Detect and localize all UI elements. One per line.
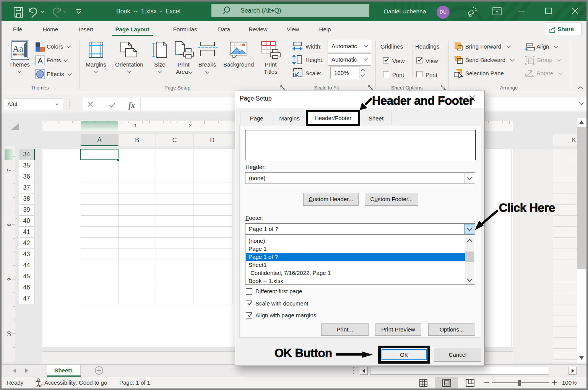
svg-text:2: 2 bbox=[189, 123, 192, 128]
svg-text:A: A bbox=[38, 57, 43, 65]
svg-text:10: 10 bbox=[6, 331, 12, 336]
svg-text:Aa: Aa bbox=[13, 44, 23, 54]
svg-text:1: 1 bbox=[134, 123, 137, 128]
svg-text:fx: fx bbox=[128, 101, 135, 110]
svg-text:7: 7 bbox=[6, 169, 12, 172]
svg-text:9: 9 bbox=[6, 278, 12, 281]
svg-text:8: 8 bbox=[6, 223, 12, 226]
